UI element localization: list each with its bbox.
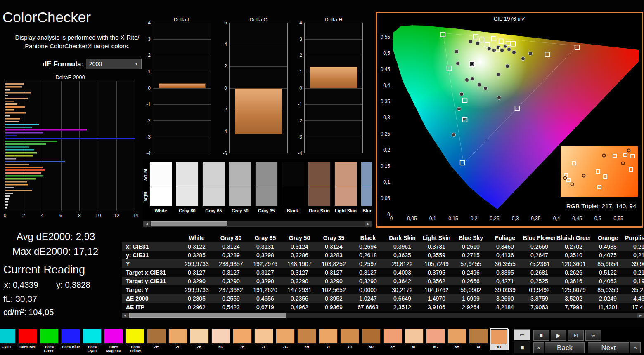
deltae-bar bbox=[5, 161, 65, 162]
de-formula-dropdown[interactable]: 2000 ▼ bbox=[86, 59, 142, 69]
deltae-bar bbox=[5, 127, 32, 128]
axis-tick-label: 0,35 bbox=[531, 216, 540, 221]
inset-measurement-point bbox=[571, 182, 574, 186]
pattern-swatch-7j[interactable]: 7J bbox=[340, 329, 359, 349]
pattern-swatch-8d[interactable]: 8D bbox=[362, 329, 381, 349]
table-row-target-x-cie31: Target x:CIE310,31270,31270,31270,31270,… bbox=[122, 268, 644, 277]
inset-target-point bbox=[623, 153, 627, 157]
table-cell: 0,3124 bbox=[214, 242, 248, 251]
plot-area bbox=[153, 23, 211, 153]
scrollbar-track[interactable] bbox=[128, 313, 637, 318]
pattern-swatch-7h[interactable]: 7H bbox=[297, 329, 316, 349]
axis-tick-label: 0,55 bbox=[381, 34, 390, 40]
pattern-swatch-7i[interactable]: 7I bbox=[319, 329, 338, 349]
pattern-swatch-100-blue[interactable]: 100% Blue bbox=[61, 329, 80, 349]
patch-label: White bbox=[149, 208, 172, 213]
pattern-swatch-2f[interactable]: 2F bbox=[168, 329, 187, 349]
deltae-bar bbox=[5, 135, 17, 136]
table-cell: 2,3512 bbox=[385, 303, 419, 311]
scrollbar-track[interactable] bbox=[150, 221, 365, 226]
back-button[interactable]: Back bbox=[545, 342, 585, 353]
deltae-bar bbox=[5, 112, 26, 114]
inset-target-point bbox=[597, 185, 601, 189]
table-cell: 35,2114 bbox=[625, 285, 644, 294]
measurement-point bbox=[521, 57, 525, 61]
delta-l-chart: Delta L 43210-1-2-3-4 bbox=[140, 16, 213, 159]
cie-x-axis: 00,050,10,150,20,250,30,350,40,450,50,55 bbox=[391, 216, 639, 222]
back-chevron-button[interactable]: « bbox=[533, 342, 544, 353]
pattern-swatch-8i[interactable]: 8I bbox=[469, 329, 488, 349]
plot-area bbox=[229, 23, 288, 153]
pattern-swatch-8j[interactable]: 8J bbox=[490, 328, 509, 350]
frame-button[interactable]: ⊡ bbox=[568, 330, 584, 341]
table-cell: 0,3286 bbox=[282, 251, 317, 259]
swatch-label: 100% Red bbox=[18, 345, 37, 349]
table-row-y: Y299,9733238,9357192,7976148,1907103,825… bbox=[122, 259, 644, 268]
measurement-point bbox=[460, 92, 464, 96]
patch-label: Blue Sky bbox=[361, 208, 372, 213]
swatch-strip-scrollbar[interactable]: ◄ ► bbox=[143, 221, 372, 227]
deltae-bar bbox=[5, 101, 14, 102]
scroll-left-arrow[interactable]: ◄ bbox=[122, 313, 128, 318]
loop-button[interactable]: ∞ bbox=[585, 330, 601, 341]
description-line1: Display analysis is performed with the X… bbox=[9, 33, 145, 42]
swatch-color bbox=[491, 329, 507, 344]
pattern-swatch-5d[interactable]: 5D bbox=[211, 329, 230, 349]
pattern-swatch-8g[interactable]: 8G bbox=[426, 329, 445, 349]
pattern-window-button[interactable]: ▭ bbox=[514, 329, 530, 340]
table-cell: 0,3127 bbox=[317, 268, 351, 277]
pattern-swatch-2k[interactable]: 2K bbox=[190, 329, 209, 349]
scroll-left-arrow[interactable]: ◄ bbox=[144, 221, 150, 226]
pattern-swatch-100-green[interactable]: 100% Green bbox=[40, 329, 59, 353]
axis-tick-label: 0,05 bbox=[381, 195, 390, 201]
axis-tick-label: -1 bbox=[146, 101, 151, 107]
pattern-swatch-100-cyan[interactable]: 100% Cyan bbox=[83, 329, 102, 353]
pattern-swatch-7f[interactable]: 7F bbox=[254, 329, 273, 349]
pattern-swatch-8h[interactable]: 8H bbox=[447, 329, 466, 349]
table-cell: 3,5202 bbox=[556, 294, 591, 303]
deltae-bar bbox=[5, 167, 43, 168]
table-cell: 0,2496 bbox=[454, 268, 488, 277]
swatch-color bbox=[340, 329, 359, 344]
pattern-fullscreen-button[interactable]: ■ bbox=[514, 341, 530, 353]
pattern-swatch-100-yellow[interactable]: 100% Yellow bbox=[125, 329, 144, 353]
table-cell: 237,3682 bbox=[214, 285, 248, 294]
pattern-swatch-2e[interactable]: 2E bbox=[147, 329, 166, 349]
deltae-bar bbox=[5, 86, 22, 88]
axis-tick-label: 0 bbox=[390, 216, 393, 221]
measurement-point bbox=[529, 52, 533, 55]
chart-title: Delta C bbox=[229, 16, 288, 23]
pattern-swatch-8e[interactable]: 8E bbox=[383, 329, 402, 349]
deltae-bar bbox=[5, 164, 29, 165]
table-cell: 0,3289 bbox=[214, 251, 248, 259]
table-scrollbar[interactable]: ◄ ► bbox=[122, 313, 644, 318]
pattern-swatch-7g[interactable]: 7G bbox=[276, 329, 295, 349]
swatch-color bbox=[276, 329, 295, 344]
swatch-color bbox=[190, 329, 209, 344]
axis-tick-label: 0,1 bbox=[429, 216, 436, 221]
gridline bbox=[153, 137, 211, 137]
scroll-right-arrow[interactable]: ► bbox=[637, 313, 644, 318]
axis-tick-label: -2 bbox=[223, 107, 227, 113]
swatch-label: 7F bbox=[254, 345, 273, 349]
scroll-right-arrow[interactable]: ► bbox=[365, 221, 371, 226]
stop-button[interactable]: ■ bbox=[533, 330, 549, 341]
play-button[interactable]: ▶ bbox=[551, 330, 566, 341]
pattern-swatch-7e[interactable]: 7E bbox=[233, 329, 252, 349]
swatch-label: 7I bbox=[319, 345, 338, 349]
pattern-swatch-cyan[interactable]: Cyan bbox=[0, 329, 16, 349]
pattern-swatch-100-red[interactable]: 100% Red bbox=[18, 329, 37, 349]
table-cell: 0,2681 bbox=[522, 268, 556, 277]
table-row-label: Target y:CIE31 bbox=[122, 277, 180, 285]
next-button[interactable]: Next bbox=[588, 342, 629, 353]
strip-patch-gray-35: Gray 35 bbox=[255, 162, 278, 213]
scrollbar-thumb[interactable] bbox=[129, 313, 286, 318]
table-cell: 0,2510 bbox=[454, 242, 488, 251]
target-swatch bbox=[334, 187, 357, 206]
pattern-swatch-8f[interactable]: 8F bbox=[405, 329, 424, 349]
table-cell: 238,9357 bbox=[214, 259, 248, 268]
pattern-swatch-100-magenta[interactable]: 100% Magenta bbox=[104, 329, 123, 353]
next-chevron-button[interactable]: » bbox=[630, 342, 641, 353]
table-cell: 0,3127 bbox=[351, 268, 385, 277]
scrollbar-thumb[interactable] bbox=[151, 221, 227, 226]
